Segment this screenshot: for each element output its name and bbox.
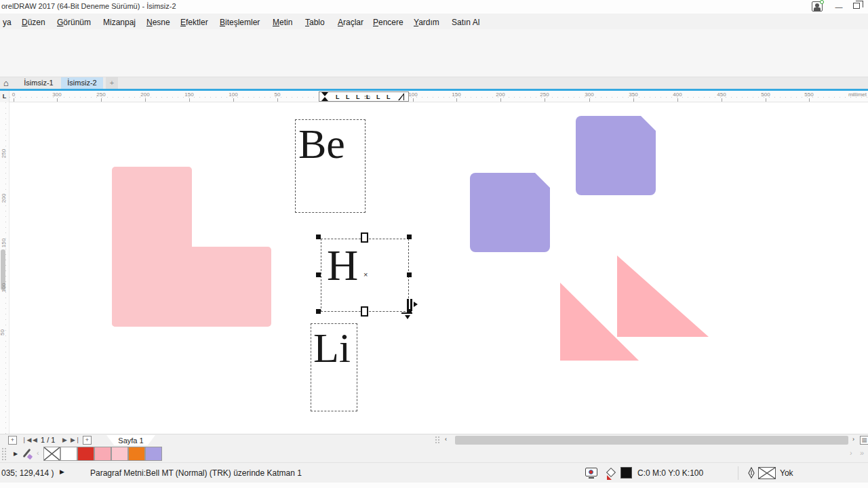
home-icon[interactable]: ⌂: [3, 78, 9, 88]
h-ruler-tick-0: [14, 98, 14, 102]
cursor-coordinates: 035; 129,414 ): [1, 468, 54, 478]
menu-item-7[interactable]: Metin: [270, 16, 295, 28]
first-page-icon[interactable]: ❘◀: [22, 436, 31, 443]
corel-draw-window: orelDRAW 2017 (64-Bit Deneme Sürümü) - İ…: [0, 0, 868, 488]
status-flyout-icon[interactable]: ▶: [60, 468, 64, 475]
text-frame-be[interactable]: Be: [295, 119, 366, 213]
handle-top-right[interactable]: [407, 235, 412, 239]
tab-isimsiz-2[interactable]: İsimsiz-2: [61, 77, 103, 89]
h-ruler-tick-4: [189, 98, 190, 102]
next-page-icon[interactable]: ▶: [62, 436, 67, 443]
menu-item-5[interactable]: Efektler: [178, 16, 211, 28]
menu-item-2[interactable]: Görünüm: [54, 16, 94, 28]
menu-item-8[interactable]: Tablo: [302, 16, 328, 28]
tab-stop-5[interactable]: L: [387, 94, 391, 100]
handle-bottom-left[interactable]: [316, 309, 321, 314]
ruler-unit-label: millimet: [848, 92, 867, 98]
add-page-icon-right[interactable]: +: [83, 436, 92, 445]
h-ruler-tick-15: [766, 98, 766, 102]
handle-mid-left[interactable]: [316, 272, 321, 277]
restore-button[interactable]: [853, 3, 860, 9]
text-frame-h-selected[interactable]: H ×: [321, 239, 409, 312]
fill-diamond-red-corner: [607, 475, 612, 480]
swatch-pink[interactable]: [94, 447, 111, 461]
menu-item-3[interactable]: Mizanpaj: [100, 16, 138, 28]
page-tab-sayfa-1[interactable]: Sayfa 1: [106, 435, 155, 446]
swatch-white[interactable]: [60, 447, 77, 461]
text-h[interactable]: H: [327, 246, 358, 285]
outline-color-swatch[interactable]: [758, 467, 776, 479]
text-frame-li[interactable]: Li: [311, 323, 357, 411]
document-grid-icon[interactable]: ▦: [860, 436, 868, 445]
tab-stop-3[interactable]: L: [366, 94, 370, 100]
drawing-canvas[interactable]: Be H × Li: [9, 102, 868, 434]
swatch-lavender[interactable]: [145, 447, 162, 461]
pink-triangle-right[interactable]: [617, 256, 709, 337]
horizontal-scrollbar-thumb[interactable]: [455, 436, 848, 445]
menu-item-6[interactable]: Biteşlemler: [217, 16, 262, 28]
h-ruler-label-11: 300: [585, 92, 593, 98]
menu-item-10[interactable]: Pencere: [370, 16, 406, 28]
tab-stop-2[interactable]: L: [356, 94, 360, 100]
fill-color-swatch[interactable]: [620, 467, 632, 479]
swatch-light-pink[interactable]: [111, 447, 128, 461]
h-ruler-tick-10: [545, 98, 545, 102]
tab-type-selector[interactable]: L: [0, 91, 9, 102]
right-indent-marker-icon[interactable]: [398, 93, 404, 100]
text-resize-cursor-icon: [401, 299, 419, 319]
tab-stop-1[interactable]: L: [346, 94, 350, 100]
text-be[interactable]: Be: [298, 125, 345, 163]
prev-page-icon[interactable]: ◀: [33, 436, 37, 443]
scrollbar-drag-dots[interactable]: [435, 436, 440, 445]
swatch-orange[interactable]: [128, 447, 145, 461]
handle-top-left[interactable]: [316, 235, 321, 239]
h-ruler-label-13: 400: [673, 92, 682, 98]
menu-item-11[interactable]: Yardım: [411, 16, 442, 28]
tab-isimsiz-1[interactable]: İsimsiz-1: [16, 77, 61, 89]
indent-marker-bottom-icon[interactable]: [321, 97, 328, 101]
tab-stop-0[interactable]: L: [336, 94, 340, 100]
scroll-left-icon[interactable]: ‹: [445, 436, 447, 443]
last-page-icon[interactable]: ▶❘: [71, 436, 80, 443]
indent-marker-top-icon[interactable]: [321, 92, 328, 96]
horizontal-ruler[interactable]: millimet 0300250200150100501001502002503…: [9, 91, 868, 102]
outline-value: Yok: [780, 468, 793, 478]
pink-l-shape-horizontal[interactable]: [112, 247, 271, 327]
menu-item-9[interactable]: Araçlar: [335, 16, 366, 28]
menu-item-0[interactable]: ya: [0, 16, 14, 28]
palette-expand-icon[interactable]: »: [860, 449, 864, 457]
minimize-button[interactable]: —: [831, 2, 846, 12]
title-bar: orelDRAW 2017 (64-Bit Deneme Sürümü) - İ…: [0, 0, 868, 14]
h-ruler-tick-6: [277, 98, 278, 102]
add-page-icon-left[interactable]: +: [8, 436, 17, 445]
h-ruler-label-10: 250: [540, 92, 549, 98]
v-ruler-label-0: 250: [1, 149, 7, 158]
swatch-red[interactable]: [77, 447, 94, 461]
fill-color-value: C:0 M:0 Y:0 K:100: [637, 468, 703, 478]
document-palette: ▶ ‹ › »: [0, 445, 868, 462]
menu-item-1[interactable]: Düzen: [19, 16, 48, 28]
v-ruler-label-2: 150: [1, 239, 7, 247]
menu-item-4[interactable]: Nesne: [144, 16, 173, 28]
monitor-screen-glyph: [589, 470, 593, 474]
h-ruler-label-16: 550: [804, 92, 813, 98]
paragraph-text-ruler[interactable]: 50 LLLLLL: [319, 92, 409, 102]
scroll-right-icon[interactable]: ›: [852, 436, 854, 443]
h-ruler-label-14: 450: [717, 92, 726, 98]
sign-in-status-dot: [820, 0, 824, 4]
text-li[interactable]: Li: [313, 329, 351, 367]
h-ruler-tick-8: [456, 98, 457, 102]
lavender-square-left[interactable]: [470, 173, 550, 252]
menu-item-12[interactable]: Satın Al: [449, 16, 482, 28]
lavender-square-top[interactable]: [576, 116, 656, 195]
new-tab-button[interactable]: +: [106, 77, 118, 89]
vertical-ruler[interactable]: 25020015010050: [0, 102, 9, 434]
h-ruler-tick-3: [145, 98, 146, 102]
text-flow-port-top[interactable]: [361, 232, 368, 243]
swatch-no-color[interactable]: [43, 447, 60, 461]
text-flow-port-bottom[interactable]: [361, 306, 368, 317]
color-proof-monitor-icon[interactable]: [585, 468, 597, 476]
tab-stop-4[interactable]: L: [376, 94, 380, 100]
palette-scroll-right-icon[interactable]: ›: [850, 449, 852, 457]
handle-mid-right[interactable]: [407, 272, 412, 277]
